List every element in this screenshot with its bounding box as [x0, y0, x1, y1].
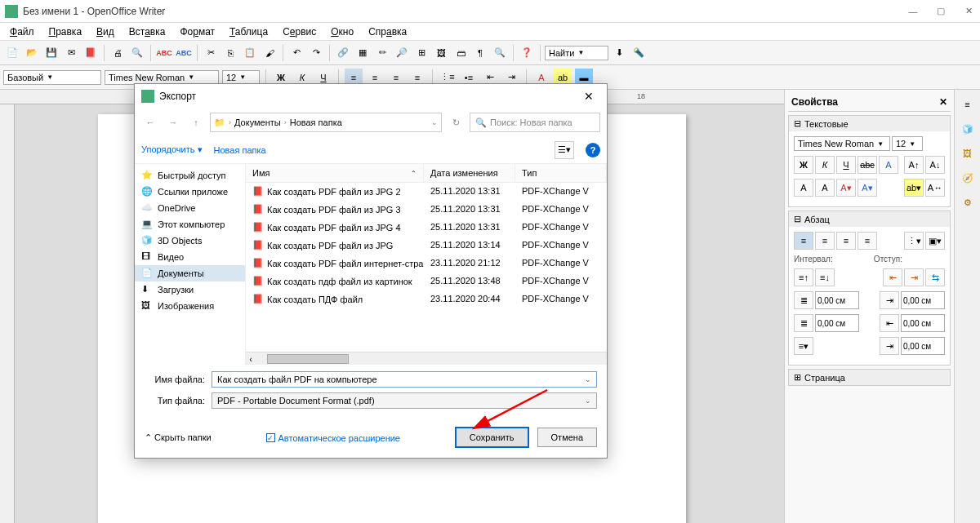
styles-tab-icon[interactable]: 🧊: [958, 119, 978, 139]
expand-icon[interactable]: ⊟: [794, 214, 801, 224]
panel-inc-indent-button[interactable]: ⇥: [904, 268, 924, 286]
help-button[interactable]: ❓: [518, 44, 536, 62]
gallery-button[interactable]: 🖼: [432, 44, 450, 62]
spellcheck-button[interactable]: ABC: [155, 44, 173, 62]
menu-tools[interactable]: Сервис: [276, 24, 323, 39]
panel-strike-button[interactable]: abc: [858, 156, 877, 174]
close-button[interactable]: ✕: [962, 5, 975, 18]
tree-item[interactable]: ⬇Загрузки: [135, 281, 245, 298]
breadcrumb-item[interactable]: Документы: [234, 117, 281, 127]
panel-bold-button[interactable]: Ж: [794, 156, 813, 174]
panel-bgfill-button[interactable]: ▣▾: [925, 232, 945, 250]
properties-tab-icon[interactable]: ≡: [958, 95, 978, 114]
menu-file[interactable]: Файл: [3, 24, 41, 39]
functions-tab-icon[interactable]: ⚙: [958, 193, 978, 212]
panel-close-icon[interactable]: ✕: [939, 96, 947, 108]
preview-button[interactable]: 🔍: [128, 44, 146, 62]
nav-forward-button[interactable]: →: [164, 113, 182, 131]
paste-button[interactable]: 📋: [241, 44, 259, 62]
hyperlink-button[interactable]: 🔗: [334, 44, 352, 62]
find-prev-button[interactable]: 🔦: [630, 44, 648, 62]
menu-table[interactable]: Таблица: [223, 24, 274, 39]
panel-align-justify-button[interactable]: ≡: [858, 232, 877, 250]
hide-folders-toggle[interactable]: ⌃ Скрыть папки: [145, 432, 212, 443]
breadcrumb[interactable]: 📁 › Документы › Новая папка ⌄: [210, 113, 442, 132]
font-size-combo[interactable]: 12▼: [222, 70, 260, 85]
print-button[interactable]: 🖨: [109, 44, 127, 62]
breadcrumb-item[interactable]: Новая папка: [290, 117, 342, 127]
file-row[interactable]: 📕Как создать PDF файл из JPG 225.11.2020…: [246, 183, 607, 201]
font-name-combo[interactable]: Times New Roman▼: [105, 70, 219, 85]
panel-decrease-font-button[interactable]: A↓: [925, 156, 945, 174]
horizontal-scrollbar[interactable]: ‹: [246, 352, 607, 365]
navigator-tab-icon[interactable]: 🧭: [958, 168, 978, 188]
refresh-button[interactable]: ↻: [447, 113, 465, 131]
panel-shadow-button[interactable]: A: [879, 156, 898, 174]
filename-input[interactable]: Как создать файл PDF на компьютере⌄: [212, 371, 597, 388]
ruler-vertical[interactable]: [0, 104, 15, 523]
save-button[interactable]: Сохранить: [455, 427, 529, 448]
pdf-export-button[interactable]: 📕: [82, 44, 100, 62]
organize-button[interactable]: Упорядочить ▾: [141, 144, 203, 155]
space-below-input[interactable]: [815, 314, 859, 332]
panel-super-button[interactable]: A: [794, 179, 813, 197]
cut-button[interactable]: ✂: [202, 44, 220, 62]
space-above-input[interactable]: [815, 291, 859, 309]
file-row[interactable]: 📕Как создать пдф файл из картинок25.11.2…: [246, 273, 607, 290]
minimize-button[interactable]: —: [906, 5, 920, 18]
maximize-button[interactable]: ▢: [934, 5, 947, 18]
tree-item[interactable]: 💻Этот компьютер: [135, 216, 245, 233]
view-mode-button[interactable]: ☰▾: [555, 141, 574, 159]
menu-edit[interactable]: Правка: [42, 24, 89, 39]
panel-dec-spacing-button[interactable]: ≡↓: [815, 268, 835, 286]
find-replace-button[interactable]: 🔎: [393, 44, 411, 62]
file-row[interactable]: 📕Как создать PDF файл из JPG25.11.2020 1…: [246, 237, 607, 255]
data-sources-button[interactable]: 🗃: [452, 44, 470, 62]
navigator-button[interactable]: ⊞: [412, 44, 430, 62]
panel-dec-indent-button[interactable]: ⇤: [883, 268, 902, 286]
undo-button[interactable]: ↶: [287, 44, 305, 62]
file-row[interactable]: 📕Как создать PDF файл интернет-страни...…: [246, 255, 607, 273]
tree-item[interactable]: 🧊3D Objects: [135, 233, 245, 249]
menu-window[interactable]: Окно: [324, 24, 360, 39]
panel-inc-spacing-button[interactable]: ≡↑: [794, 268, 813, 286]
nav-back-button[interactable]: ←: [141, 113, 159, 131]
panel-align-center-button[interactable]: ≡: [815, 232, 835, 250]
panel-bgcolor-button[interactable]: ab▾: [904, 179, 924, 197]
copy-button[interactable]: ⎘: [221, 44, 239, 62]
col-type[interactable]: Тип: [515, 164, 607, 182]
col-date[interactable]: Дата изменения: [424, 164, 515, 182]
menu-help[interactable]: Справка: [362, 24, 413, 39]
tree-item[interactable]: 🎞Видео: [135, 249, 245, 265]
find-box[interactable]: Найти▼: [545, 46, 608, 60]
menu-format[interactable]: Формат: [173, 24, 221, 39]
nonprinting-chars-button[interactable]: ¶: [471, 44, 489, 62]
panel-sub-button[interactable]: A: [815, 179, 835, 197]
auto-spellcheck-button[interactable]: ABC: [175, 44, 193, 62]
first-line-input[interactable]: [901, 337, 945, 355]
auto-extension-checkbox[interactable]: ✓ Автоматическое расширение: [266, 433, 400, 443]
tree-item[interactable]: 🖼Изображения: [135, 298, 245, 314]
panel-align-right-button[interactable]: ≡: [836, 232, 856, 250]
table-button[interactable]: ▦: [354, 44, 372, 62]
redo-button[interactable]: ↷: [307, 44, 325, 62]
file-row[interactable]: 📕Как создать PDF файл из JPG 325.11.2020…: [246, 201, 607, 219]
panel-spacing-button[interactable]: A↔: [925, 179, 945, 197]
tree-item[interactable]: 📄Документы: [135, 265, 245, 281]
line-spacing-button[interactable]: ≡▾: [794, 337, 813, 355]
open-button[interactable]: 📂: [23, 44, 41, 62]
panel-italic-button[interactable]: К: [815, 156, 835, 174]
format-paintbrush-button[interactable]: 🖌: [261, 44, 278, 62]
panel-size-combo[interactable]: 12▼: [892, 136, 923, 151]
panel-highlight-button[interactable]: A▾: [858, 179, 877, 197]
cancel-button[interactable]: Отмена: [537, 428, 597, 447]
tree-item[interactable]: ⭐Быстрый доступ: [135, 167, 245, 184]
gallery-tab-icon[interactable]: 🖼: [958, 144, 978, 163]
indent-after-input[interactable]: [901, 314, 945, 332]
panel-underline-button[interactable]: Ч: [836, 156, 856, 174]
new-folder-button[interactable]: Новая папка: [214, 145, 266, 155]
tree-item[interactable]: 🌐Ссылки приложе: [135, 184, 245, 200]
find-next-button[interactable]: ⬇: [610, 44, 628, 62]
new-doc-button[interactable]: 📄: [3, 44, 21, 62]
menu-view[interactable]: Вид: [90, 24, 121, 39]
